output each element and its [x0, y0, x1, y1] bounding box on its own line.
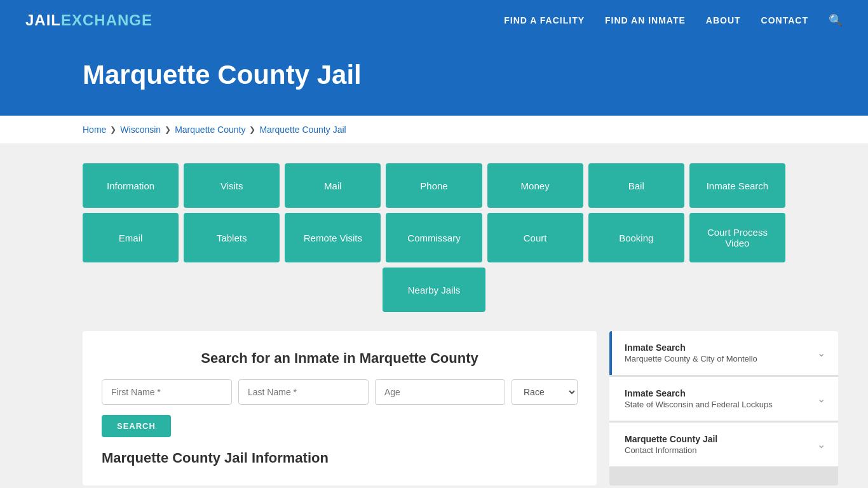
breadcrumb-home[interactable]: Home [83, 125, 106, 135]
content-area: Search for an Inmate in Marquette County… [83, 331, 785, 485]
main-nav: FIND A FACILITY FIND AN INMATE ABOUT CON… [504, 13, 843, 27]
sidebar-item-inmate-search-county[interactable]: Inmate Search Marquette County & City of… [609, 331, 838, 375]
btn-remote-visits[interactable]: Remote Visits [285, 213, 381, 262]
btn-nearby-jails[interactable]: Nearby Jails [383, 268, 486, 312]
btn-visits[interactable]: Visits [184, 163, 280, 208]
header: JAILEXCHANGE FIND A FACILITY FIND AN INM… [0, 0, 868, 41]
race-select[interactable]: Race White Black Hispanic Asian Other [512, 379, 578, 405]
sidebar-item-title-1: Inmate Search [625, 342, 811, 353]
breadcrumb-sep-3: ❯ [249, 125, 255, 134]
sidebar-divider-1 [609, 376, 838, 376]
btn-email[interactable]: Email [83, 213, 179, 262]
logo-exchange: EXCHANGE [61, 11, 153, 29]
nav-about[interactable]: ABOUT [706, 15, 741, 25]
btn-bail[interactable]: Bail [588, 163, 684, 208]
breadcrumb-current[interactable]: Marquette County Jail [259, 125, 346, 135]
breadcrumb: Home ❯ Wisconsin ❯ Marquette County ❯ Ma… [0, 116, 868, 144]
sidebar-item-text-3: Marquette County Jail Contact Informatio… [625, 434, 811, 455]
btn-phone[interactable]: Phone [386, 163, 482, 208]
sidebar-item-subtitle-3: Contact Information [625, 445, 811, 455]
sidebar-item-subtitle-2: State of Wisconsin and Federal Lockups [625, 400, 811, 409]
search-title: Search for an Inmate in Marquette County [102, 350, 578, 367]
search-icon[interactable]: 🔍 [829, 13, 843, 27]
page-title: Marquette County Jail [83, 60, 843, 90]
search-fields: Race White Black Hispanic Asian Other [102, 379, 578, 405]
search-card: Search for an Inmate in Marquette County… [83, 331, 597, 485]
btn-tablets[interactable]: Tablets [184, 213, 280, 262]
btn-court-process-video[interactable]: Court Process Video [689, 213, 785, 262]
chevron-down-icon-1: ⌄ [817, 347, 825, 359]
btn-money[interactable]: Money [487, 163, 583, 208]
breadcrumb-sep-2: ❯ [165, 125, 171, 134]
first-name-input[interactable] [102, 379, 232, 405]
chevron-down-icon-2: ⌄ [817, 393, 825, 405]
last-name-input[interactable] [238, 379, 369, 405]
logo-jail: JAIL [25, 11, 61, 29]
nav-find-facility[interactable]: FIND A FACILITY [504, 15, 585, 25]
btn-court[interactable]: Court [487, 213, 583, 262]
breadcrumb-sep-1: ❯ [110, 125, 116, 134]
btn-mail[interactable]: Mail [285, 163, 381, 208]
sidebar-item-contact-info[interactable]: Marquette County Jail Contact Informatio… [609, 423, 838, 466]
sidebar-item-title-2: Inmate Search [625, 388, 811, 398]
sidebar-item-text-1: Inmate Search Marquette County & City of… [625, 342, 811, 363]
section-heading: Marquette County Jail Information [102, 450, 578, 466]
btn-booking[interactable]: Booking [588, 213, 684, 262]
btn-information[interactable]: Information [83, 163, 179, 208]
age-input[interactable] [375, 379, 505, 405]
btn-inmate-search[interactable]: Inmate Search [689, 163, 785, 208]
logo[interactable]: JAILEXCHANGE [25, 11, 153, 29]
hero-banner: Marquette County Jail [0, 41, 868, 116]
sidebar-item-text-2: Inmate Search State of Wisconsin and Fed… [625, 388, 811, 409]
sidebar-item-inmate-search-state[interactable]: Inmate Search State of Wisconsin and Fed… [609, 377, 838, 421]
sidebar-divider-2 [609, 421, 838, 422]
search-button[interactable]: SEARCH [102, 415, 171, 437]
button-grid-row3: Nearby Jails [83, 268, 785, 312]
nav-find-inmate[interactable]: FIND AN INMATE [605, 15, 686, 25]
sidebar-item-title-3: Marquette County Jail [625, 434, 811, 444]
sidebar-item-subtitle-1: Marquette County & City of Montello [625, 354, 811, 363]
main-content: Information Visits Mail Phone Money Bail… [0, 144, 868, 488]
button-grid-row2: Email Tablets Remote Visits Commissary C… [83, 213, 785, 262]
chevron-down-icon-3: ⌄ [817, 438, 825, 451]
btn-commissary[interactable]: Commissary [386, 213, 482, 262]
breadcrumb-wisconsin[interactable]: Wisconsin [120, 125, 161, 135]
breadcrumb-marquette-county[interactable]: Marquette County [175, 125, 245, 135]
sidebar: Inmate Search Marquette County & City of… [609, 331, 838, 485]
nav-contact[interactable]: CONTACT [761, 15, 808, 25]
button-grid-row1: Information Visits Mail Phone Money Bail… [83, 163, 785, 208]
